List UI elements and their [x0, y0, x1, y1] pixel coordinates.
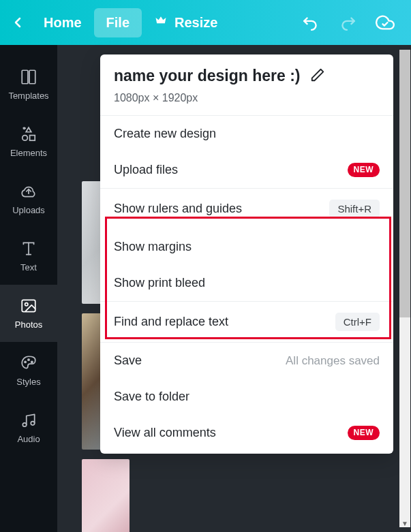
sidebar-label: Elements [10, 148, 47, 158]
new-badge: NEW [348, 426, 380, 440]
new-badge: NEW [348, 163, 380, 177]
main-area: Templates Elements Uploads Text Photos S… [0, 45, 411, 532]
menu-label: Upload files [114, 163, 178, 177]
file-dropdown: name your design here :) 1080px × 1920px… [100, 54, 393, 454]
menu-view-comments[interactable]: View all comments NEW [100, 415, 393, 451]
home-button[interactable]: Home [31, 8, 94, 37]
keyboard-shortcut: Shift+R [329, 200, 380, 218]
back-chevron-icon[interactable] [10, 10, 31, 35]
svg-point-11 [22, 423, 26, 426]
menu-label: Show rulers and guides [114, 202, 242, 216]
menu-show-margins[interactable]: Show margins [100, 229, 393, 265]
crown-icon [154, 14, 168, 31]
sidebar-label: Styles [16, 377, 40, 387]
design-dimensions: 1080px × 1920px [114, 92, 380, 104]
sidebar-item-elements[interactable]: Elements [0, 113, 57, 170]
dropdown-section-save: Save All changes saved Save to folder Vi… [100, 343, 393, 451]
menu-label: Find and replace text [114, 315, 228, 329]
menu-label: View all comments [114, 426, 216, 440]
vertical-scrollbar[interactable]: ▲ ▼ [399, 50, 410, 527]
dropdown-section-create: Create new design Upload files NEW [100, 116, 393, 189]
top-toolbar: Home File Resize [0, 0, 411, 45]
menu-find-replace[interactable]: Find and replace text Ctrl+F [100, 302, 393, 342]
file-button[interactable]: File [94, 8, 142, 37]
sidebar-item-templates[interactable]: Templates [0, 56, 57, 113]
undo-icon[interactable] [302, 14, 320, 31]
menu-label: Show print bleed [114, 276, 205, 290]
sidebar-label: Templates [8, 91, 48, 101]
redo-icon [339, 14, 356, 31]
menu-show-print-bleed[interactable]: Show print bleed [100, 265, 393, 301]
menu-label: Show margins [114, 240, 192, 254]
svg-rect-6 [22, 300, 35, 311]
svg-rect-1 [29, 70, 35, 84]
menu-create-new-design[interactable]: Create new design [100, 116, 393, 152]
toolbar-right [302, 13, 401, 32]
toolbar-left: Home File Resize [10, 7, 230, 38]
sidebar-label: Text [20, 262, 37, 272]
dropdown-section-find: Find and replace text Ctrl+F [100, 302, 393, 343]
keyboard-shortcut: Ctrl+F [335, 313, 380, 331]
sidebar-item-uploads[interactable]: Uploads [0, 170, 57, 228]
left-sidebar: Templates Elements Uploads Text Photos S… [0, 45, 57, 532]
dropdown-section-view: Show rulers and guides Shift+R Show marg… [100, 189, 393, 302]
svg-point-9 [28, 359, 29, 360]
menu-upload-files[interactable]: Upload files NEW [100, 152, 393, 188]
sidebar-item-photos[interactable]: Photos [0, 285, 57, 342]
save-status: All changes saved [286, 354, 380, 368]
pencil-edit-icon[interactable] [310, 67, 325, 85]
sidebar-label: Uploads [12, 205, 45, 215]
svg-point-2 [22, 136, 28, 141]
svg-point-7 [25, 303, 28, 306]
svg-rect-0 [22, 70, 28, 84]
photo-thumbnail[interactable] [82, 459, 130, 532]
menu-label: Create new design [114, 127, 216, 141]
cloud-sync-icon[interactable] [376, 13, 395, 32]
dropdown-header: name your design here :) 1080px × 1920px [100, 54, 393, 116]
svg-rect-3 [30, 136, 35, 141]
sidebar-label: Photos [15, 319, 42, 330]
scroll-down-arrow-icon[interactable]: ▼ [399, 518, 410, 529]
menu-save[interactable]: Save All changes saved [100, 343, 393, 379]
file-label: File [106, 15, 130, 31]
sidebar-item-text[interactable]: Text [0, 228, 57, 285]
menu-show-rulers[interactable]: Show rulers and guides Shift+R [100, 189, 393, 229]
sidebar-item-styles[interactable]: Styles [0, 342, 57, 399]
svg-point-12 [31, 422, 34, 425]
svg-point-10 [31, 361, 33, 362]
menu-save-to-folder[interactable]: Save to folder [100, 379, 393, 415]
svg-point-8 [25, 361, 26, 362]
sidebar-item-audio[interactable]: Audio [0, 399, 57, 456]
resize-label: Resize [174, 15, 217, 31]
menu-label: Save [114, 354, 142, 368]
design-title[interactable]: name your design here :) [114, 67, 301, 85]
sidebar-label: Audio [17, 434, 40, 444]
scrollbar-thumb[interactable] [399, 50, 410, 317]
menu-label: Save to folder [114, 390, 189, 404]
resize-button[interactable]: Resize [142, 7, 230, 38]
home-label: Home [44, 15, 82, 31]
